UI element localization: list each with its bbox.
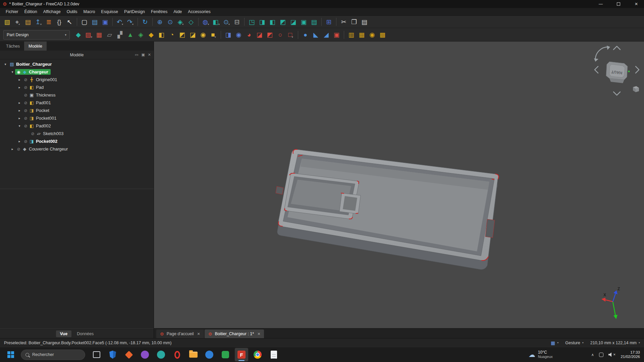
edge-browser-taskbar-button[interactable] (203, 348, 216, 361)
refresh-button[interactable]: ↻ (140, 17, 150, 27)
create-body-button[interactable]: ◆ (73, 30, 83, 40)
additive-pipe-button[interactable]: ◪ (188, 30, 198, 40)
tree-item-pocket001[interactable]: ▸⊘◨Pocket001 (0, 114, 154, 122)
menu-aide[interactable]: Aide (170, 9, 185, 15)
app-green-taskbar-button[interactable] (219, 348, 232, 361)
menu-outils[interactable]: Outils (64, 9, 80, 15)
document-tab-boitier-chargeur-1[interactable]: ⚙Boitier_Chargeur : 1*✕ (205, 329, 264, 338)
map-sketch-button[interactable]: ▱ (105, 30, 114, 40)
navigation-style-selector[interactable]: Gesture ▾ (565, 341, 583, 345)
eye-closed-icon[interactable]: ⊘ (23, 139, 29, 144)
create-datum-button[interactable]: ▲ (125, 30, 135, 40)
undo-button[interactable]: ↶▾ (115, 17, 125, 27)
copy-button[interactable]: ❐ (349, 17, 359, 27)
save-document-button[interactable]: ▣ (100, 17, 110, 27)
start-button[interactable] (4, 348, 17, 361)
create-shapebinder-button[interactable]: ◈ (136, 30, 146, 40)
tab-taches[interactable]: Tâches (2, 42, 24, 51)
expander-icon[interactable]: ▸ (10, 147, 15, 151)
view-bottom-button[interactable]: ▣ (299, 17, 309, 27)
notepad-taskbar-button[interactable] (267, 348, 280, 361)
close-tab-icon[interactable]: ✕ (257, 332, 260, 336)
draft-button[interactable]: ◢ (321, 30, 331, 40)
eye-closed-icon[interactable]: ⊘ (16, 147, 21, 152)
app-purple-taskbar-button[interactable] (138, 348, 152, 361)
thickness-button[interactable]: ▣ (332, 30, 341, 40)
expander-icon[interactable]: ▸ (17, 101, 22, 105)
clipping-plane-button[interactable]: ⊟ (232, 17, 242, 27)
eye-closed-icon[interactable]: ⊘ (23, 93, 29, 98)
menu-partdesign[interactable]: PartDesign (121, 9, 148, 15)
navigation-cube[interactable]: HAUT (594, 46, 639, 95)
opera-browser-taskbar-button[interactable] (170, 348, 184, 361)
menu-macro[interactable]: Macro (80, 9, 98, 15)
app-teal-taskbar-button[interactable] (154, 348, 168, 361)
clock[interactable]: 17:33 21/02/2026 (621, 350, 640, 359)
close-button[interactable]: ✕ (629, 0, 644, 8)
draw-style-button[interactable]: ◍▾ (201, 17, 211, 27)
eye-closed-icon[interactable]: ⊘ (23, 85, 29, 90)
expander-icon[interactable]: ▸ (17, 116, 22, 120)
task-view-taskbar-button[interactable] (90, 348, 103, 361)
tab-vue[interactable]: Vue (56, 330, 71, 337)
export-button[interactable]: ↥▾ (34, 17, 43, 27)
document-tab-page-d-accueil[interactable]: ⚙Page d'accueil✕ (156, 329, 204, 338)
tree-item-pocket[interactable]: ▸⊘◨Pocket (0, 107, 154, 114)
charger-case-model[interactable] (276, 149, 499, 270)
tree-item-pocket002[interactable]: ▸⊘◨Pocket002 (0, 137, 154, 145)
additive-loft-button[interactable]: ◩ (177, 30, 187, 40)
subtractive-primitive-button[interactable]: □▾ (286, 30, 296, 40)
select-tool-button[interactable]: ↖ (65, 17, 74, 27)
panel-dock-icon[interactable]: ▣ (141, 53, 145, 57)
groove-button[interactable]: ◕ (244, 30, 254, 40)
subtractive-helix-button[interactable]: ○ (275, 30, 285, 40)
tray-expand-icon[interactable]: ∧ (591, 353, 594, 357)
additive-helix-button[interactable]: ◉ (198, 30, 208, 40)
eye-closed-icon[interactable]: ⊘ (23, 124, 29, 128)
tree-item-pad[interactable]: ▸⊘◧Pad (0, 83, 154, 91)
eye-closed-icon[interactable]: ⊘ (23, 108, 29, 113)
cut-button[interactable]: ✂ (339, 17, 348, 27)
app-orange-taskbar-button[interactable] (122, 348, 136, 361)
expander-icon[interactable]: ▸ (17, 109, 22, 112)
security-shield-taskbar-button[interactable] (106, 348, 119, 361)
stereo-view-button[interactable]: ◧▾ (211, 17, 221, 27)
open-project-button[interactable]: ▤ (23, 17, 33, 27)
render-mode-selector[interactable]: ▦ ▾ (551, 340, 558, 346)
menu-fichier[interactable]: Fichier (3, 9, 21, 15)
mirrored-pattern-button[interactable]: ▥ (346, 30, 356, 40)
eye-closed-icon[interactable]: ⊘ (23, 77, 29, 82)
chamfer-button[interactable]: ◣ (311, 30, 321, 40)
expander-icon[interactable]: ▾ (17, 124, 22, 128)
search-input[interactable]: Rechercher (21, 350, 85, 360)
tree-item-couvercle-chargeur[interactable]: ▸⊘◆Couvercle Chargeur (0, 145, 154, 153)
new-document-button[interactable]: ▢ (79, 17, 89, 27)
volume-muted-icon[interactable]: ✕ (608, 353, 616, 357)
maximize-button[interactable] (611, 0, 626, 8)
validate-sketch-button[interactable]: ▞ (115, 30, 125, 40)
edit-sketch-button[interactable]: ▦ (94, 30, 104, 40)
view-axonometric-button[interactable]: ◳ (247, 17, 257, 27)
viewport-canvas[interactable]: HAUT (154, 42, 644, 328)
eye-closed-icon[interactable]: ⊘ (23, 101, 29, 105)
view-right-button[interactable]: ◩ (278, 17, 288, 27)
menu-fenetres[interactable]: Fenêtres (148, 9, 170, 15)
close-tab-icon[interactable]: ✕ (197, 332, 200, 336)
tree-item-boitier-chargeur[interactable]: ▾▤Boitier_Chargeur (0, 60, 154, 68)
create-clone-button[interactable]: ◆ (146, 30, 156, 40)
tile-windows-button[interactable]: ⊞ (324, 17, 334, 27)
fit-selection-button[interactable]: ⊙ (165, 17, 175, 27)
dimension-indicator[interactable]: 210,10 mm x 122,14 mm ▾ (590, 341, 640, 345)
subtractive-loft-button[interactable]: ◪ (255, 30, 264, 40)
fit-all-button[interactable]: ⊕ (155, 17, 165, 27)
open-document-button[interactable]: ▤ (90, 17, 100, 27)
menu-esquisse[interactable]: Esquisse (98, 9, 121, 15)
expander-icon[interactable]: ▸ (17, 78, 22, 81)
polar-pattern-button[interactable]: ◉ (367, 30, 377, 40)
zoom-tools-button[interactable]: ⊙▾ (222, 17, 231, 27)
pocket-button[interactable]: ◨ (223, 30, 233, 40)
tab-donnees[interactable]: Données (73, 330, 98, 337)
additive-primitive-button[interactable]: ■▾ (209, 30, 218, 40)
tree-item-origine001[interactable]: ▸⊘╋Origine001 (0, 76, 154, 83)
view-left-button[interactable]: ▤ (309, 17, 319, 27)
